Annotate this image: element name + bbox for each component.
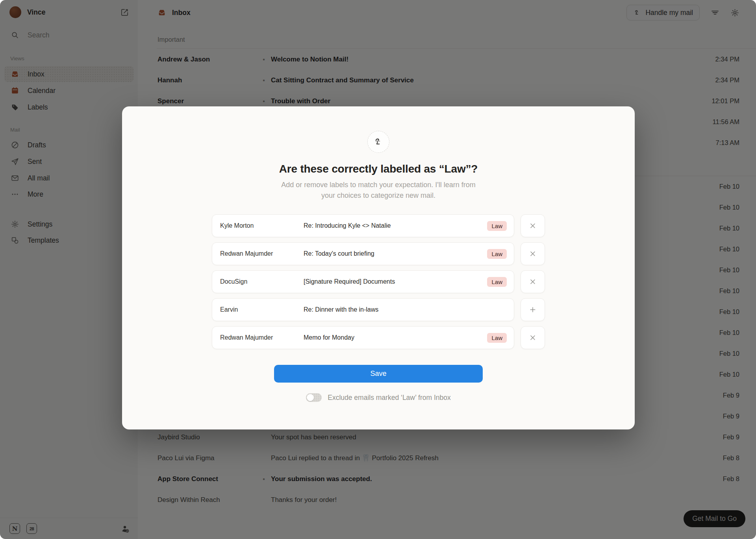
modal-email-sender: DocuSign [220,278,304,285]
modal-email-subject: [Signature Required] Documents [304,278,487,285]
label-badge: Law [487,277,507,287]
ai-squiggle-icon [367,131,389,153]
modal-email-sender: Redwan Majumder [220,250,304,257]
toggle-knob [307,394,314,401]
label-confirmation-modal: Are these correctly labelled as “Law”? A… [122,106,635,429]
modal-email-card: Redwan MajumderRe: Today's court briefin… [212,242,514,265]
modal-email-subject: Memo for Monday [304,334,487,341]
modal-title: Are these correctly labelled as “Law”? [122,163,635,175]
modal-email-card: DocuSign[Signature Required] DocumentsLa… [212,270,514,293]
modal-email-card: Kyle MortonRe: Introducing Kyle <> Natal… [212,214,514,237]
modal-email-sender: Redwan Majumder [220,334,304,341]
modal-email-card: Redwan MajumderMemo for MondayLaw [212,326,514,349]
add-label-button[interactable] [521,298,545,321]
exclude-toggle[interactable] [306,393,322,402]
modal-email-subject: Re: Today's court briefing [304,250,487,257]
modal-email-sender: Kyle Morton [220,222,304,229]
modal-email-row: DocuSign[Signature Required] DocumentsLa… [212,270,545,293]
modal-email-row: Kyle MortonRe: Introducing Kyle <> Natal… [212,214,545,237]
modal-subtitle: Add or remove labels to match your expec… [122,180,635,201]
modal-email-row: Redwan MajumderMemo for MondayLaw [212,326,545,349]
label-badge: Law [487,249,507,259]
remove-label-button[interactable] [521,270,545,293]
exclude-toggle-label: Exclude emails marked ‘Law’ from Inbox [328,394,451,402]
label-badge: Law [487,221,507,231]
modal-email-subject: Re: Introducing Kyle <> Natalie [304,222,487,229]
modal-email-sender: Earvin [220,306,304,313]
modal-email-subject: Re: Dinner with the in-laws [304,306,507,313]
app-window: Vince Search Views Inbox Calendar [0,0,756,539]
label-badge: Law [487,333,507,343]
remove-label-button[interactable] [521,326,545,349]
modal-email-card: EarvinRe: Dinner with the in-laws [212,298,514,321]
save-button[interactable]: Save [274,365,483,383]
modal-email-row: EarvinRe: Dinner with the in-laws [212,298,545,321]
modal-email-row: Redwan MajumderRe: Today's court briefin… [212,242,545,265]
remove-label-button[interactable] [521,214,545,237]
remove-label-button[interactable] [521,242,545,265]
